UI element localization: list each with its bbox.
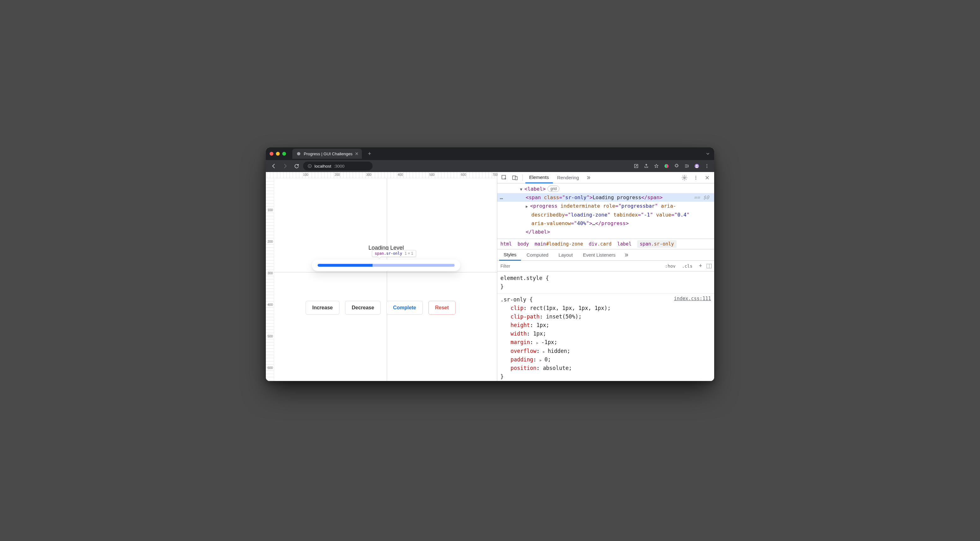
tab-title: Progress | GUI Challenges <box>304 151 352 156</box>
devtools-close-icon[interactable] <box>702 173 712 182</box>
breadcrumb-body[interactable]: body <box>517 241 529 247</box>
tab-styles[interactable]: Styles <box>499 249 521 261</box>
elements-tree[interactable]: ▼<label>grid <span class="sr-only">Loadi… <box>497 183 714 239</box>
more-styles-tabs-icon[interactable] <box>621 251 632 259</box>
more-tabs-icon[interactable] <box>584 173 593 182</box>
browser-menu-icon[interactable] <box>703 162 711 170</box>
css-declaration[interactable]: overflow: ▶ hidden; <box>500 347 711 355</box>
ruler-vertical: 100 200 300 400 500 600 <box>266 178 274 381</box>
open-external-icon[interactable] <box>632 162 640 170</box>
new-tab-button[interactable]: + <box>365 149 374 158</box>
progress-card: Loading Level span.sr-only1 × 1 <box>312 245 460 271</box>
breadcrumb-html[interactable]: html <box>500 241 512 247</box>
styles-pane[interactable]: element.style { } index.css:111 .sr-only… <box>497 271 714 381</box>
dom-node-progress-line3[interactable]: aria-valuenow="40%">…</progress> <box>497 219 714 228</box>
breadcrumb-div[interactable]: div.card <box>589 241 612 247</box>
forward-button[interactable] <box>280 161 290 171</box>
site-info-icon[interactable] <box>307 164 312 168</box>
svg-rect-13 <box>515 177 517 180</box>
svg-point-9 <box>706 166 707 166</box>
svg-point-15 <box>695 176 696 177</box>
page-viewport: 100 200 300 400 500 600 700 100 200 300 … <box>266 172 497 381</box>
styles-filter-input[interactable] <box>500 263 660 269</box>
tab-rendering[interactable]: Rendering <box>554 172 583 183</box>
close-window-icon[interactable] <box>270 152 274 156</box>
ruler-horizontal: 100 200 300 400 500 600 700 <box>266 172 497 178</box>
increase-button[interactable]: Increase <box>305 301 339 315</box>
progress-track <box>318 264 455 267</box>
devtools-menu-icon[interactable] <box>691 173 701 182</box>
tab-layout[interactable]: Layout <box>554 249 577 261</box>
device-toolbar-icon[interactable] <box>510 173 520 182</box>
css-declaration[interactable]: clip: rect(1px, 1px, 1px, 1px); <box>500 304 711 312</box>
devtools-settings-icon[interactable] <box>679 173 689 182</box>
hov-toggle[interactable]: :hov <box>663 263 678 269</box>
browser-tab[interactable]: Progress | GUI Challenges ✕ <box>292 149 362 159</box>
css-declaration[interactable]: position: absolute; <box>500 364 711 372</box>
tab-computed[interactable]: Computed <box>522 249 553 261</box>
svg-point-8 <box>706 164 707 165</box>
css-declaration[interactable]: width: 1px; <box>500 329 711 338</box>
progress-bar[interactable]: span.sr-only1 × 1 <box>312 259 460 271</box>
dom-node-label-close[interactable]: </label> <box>497 228 714 236</box>
dom-node-label[interactable]: ▼<label>grid <box>497 185 714 193</box>
decrease-button[interactable]: Decrease <box>345 301 381 315</box>
tabs-overflow-icon[interactable] <box>705 151 710 156</box>
element-style-rule[interactable]: element.style { } <box>500 273 711 292</box>
css-declaration[interactable]: clip-path: inset(50%); <box>500 312 711 321</box>
minimize-window-icon[interactable] <box>276 152 280 156</box>
svg-point-14 <box>684 177 686 178</box>
svg-point-17 <box>695 179 696 179</box>
css-declaration[interactable]: margin: ▶ -1px; <box>500 338 711 347</box>
browser-chrome: Progress | GUI Challenges ✕ + loc <box>266 147 714 172</box>
dom-breadcrumb[interactable]: html body main#loading-zone div.card lab… <box>497 239 714 249</box>
svg-point-0 <box>297 152 301 156</box>
close-tab-icon[interactable]: ✕ <box>355 151 359 156</box>
profile-icon[interactable] <box>693 162 701 170</box>
address-bar[interactable]: localhost:3000 <box>303 162 372 170</box>
media-icon[interactable] <box>682 162 691 170</box>
complete-button[interactable]: Complete <box>387 301 423 315</box>
favicon-icon <box>296 151 301 156</box>
window-controls[interactable] <box>270 152 286 156</box>
source-link[interactable]: index.css:111 <box>674 295 711 302</box>
svg-point-10 <box>706 167 707 168</box>
back-button[interactable] <box>269 161 278 171</box>
bookmark-icon[interactable] <box>652 162 660 170</box>
breadcrumb-label[interactable]: label <box>617 241 632 247</box>
url-path: :3000 <box>334 164 344 169</box>
svg-point-7 <box>696 165 698 166</box>
breadcrumb-span[interactable]: span.sr-only <box>637 240 676 248</box>
dom-node-progress[interactable]: ▶<progress indeterminate role="progressb… <box>497 202 714 210</box>
reload-button[interactable] <box>292 161 301 171</box>
css-declaration[interactable]: padding: ▶ 0; <box>500 355 711 364</box>
css-declaration[interactable]: height: 1px; <box>500 321 711 329</box>
sr-only-rule[interactable]: index.css:111 .sr-only { clip: rect(1px,… <box>500 294 711 381</box>
url-host: localhost <box>315 164 331 169</box>
browser-window: Progress | GUI Challenges ✕ + loc <box>266 147 714 381</box>
share-icon[interactable] <box>642 162 651 170</box>
svg-rect-3 <box>309 165 310 165</box>
svg-point-16 <box>695 177 696 178</box>
new-style-rule-icon[interactable]: + <box>697 263 704 269</box>
extension-visbug-icon[interactable] <box>662 162 671 170</box>
breadcrumb-main[interactable]: main#loading-zone <box>535 241 583 247</box>
tab-event-listeners[interactable]: Event Listeners <box>578 249 620 261</box>
inspect-crosshair-h <box>274 272 497 272</box>
inspect-tooltip: span.sr-only1 × 1 <box>372 250 416 257</box>
fullscreen-window-icon[interactable] <box>282 152 286 156</box>
devtools-panel: Elements Rendering <box>497 172 714 381</box>
toggle-computed-icon[interactable] <box>706 264 712 268</box>
progress-fill <box>318 264 372 267</box>
inspect-element-icon[interactable] <box>499 173 509 182</box>
reset-button[interactable]: Reset <box>428 301 456 315</box>
svg-rect-2 <box>309 166 310 167</box>
tab-elements[interactable]: Elements <box>525 172 553 183</box>
extensions-icon[interactable] <box>673 162 681 170</box>
dom-node-span-sr-only[interactable]: <span class="sr-only">Loading progress</… <box>497 193 714 202</box>
cls-toggle[interactable]: .cls <box>680 263 695 269</box>
dom-node-progress-line2[interactable]: describedby="loading-zone" tabindex="-1"… <box>497 210 714 219</box>
